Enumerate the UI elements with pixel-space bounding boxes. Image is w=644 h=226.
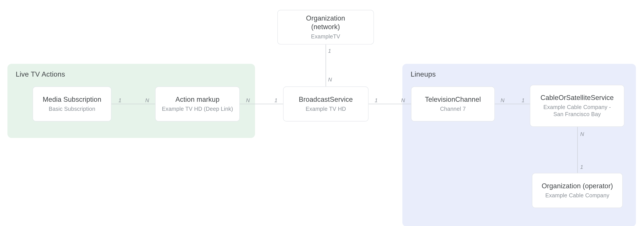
node-broadcast-service: BroadcastService Example TV HD: [283, 87, 368, 122]
card-org-broadcast-N: N: [328, 77, 332, 83]
card-org-broadcast-1: 1: [328, 48, 331, 54]
card-cable-org-1: 1: [580, 164, 583, 170]
card-tv-cable-1: 1: [522, 97, 524, 103]
node-sub-line1: Example Cable Company -: [544, 104, 611, 111]
card-cable-org-N: N: [580, 131, 584, 137]
node-title-line2: (network): [311, 23, 340, 30]
card-action-broadcast-1: 1: [274, 97, 277, 103]
card-broadcast-tv-1: 1: [375, 97, 378, 103]
group-title-live-tv: Live TV Actions: [16, 70, 247, 79]
node-organization-network: Organization (network) ExampleTV: [277, 10, 374, 45]
node-subtitle: Example TV HD (Deep Link): [162, 106, 233, 113]
node-title-line1: Organization: [306, 14, 345, 22]
node-action-markup: Action markup Example TV HD (Deep Link): [155, 87, 240, 122]
node-title: Action markup: [176, 95, 220, 104]
node-title: BroadcastService: [299, 95, 353, 104]
node-title: CableOrSatelliteService: [540, 93, 614, 102]
node-organization-operator: Organization (operator) Example Cable Co…: [532, 173, 623, 208]
node-subtitle: Example TV HD: [306, 106, 346, 113]
edge-action-to-broadcast: [240, 104, 283, 104]
node-subtitle: ExampleTV: [311, 33, 340, 40]
node-subtitle: Basic Subscription: [49, 106, 95, 113]
node-subtitle: Example Cable Company - San Francisco Ba…: [544, 104, 611, 118]
node-title: Media Subscription: [43, 95, 101, 104]
edge-org-network-to-broadcast: [326, 45, 326, 87]
group-title-lineups: Lineups: [411, 70, 628, 79]
node-subtitle: Channel 7: [440, 106, 466, 113]
node-television-channel: TelevisionChannel Channel 7: [411, 87, 495, 122]
node-cable-or-satellite-service: CableOrSatelliteService Example Cable Co…: [530, 85, 624, 127]
edge-tvchannel-to-cable: [495, 104, 530, 104]
node-sub-line2: San Francisco Bay: [553, 111, 601, 117]
node-title: Organization (network): [306, 14, 345, 31]
node-subtitle: Example Cable Company: [545, 193, 610, 199]
node-title: TelevisionChannel: [425, 95, 481, 104]
edge-media-to-action: [112, 104, 155, 104]
node-title: Organization (operator): [542, 181, 613, 190]
card-tv-cable-N: N: [500, 97, 504, 103]
edge-broadcast-to-tvchannel: [368, 104, 411, 104]
card-media-action-N: N: [145, 97, 149, 103]
card-broadcast-tv-N: N: [401, 97, 405, 103]
card-media-action-1: 1: [118, 97, 122, 103]
edge-cable-to-org-operator: [578, 127, 578, 173]
diagram-canvas: Live TV Actions Lineups 1 N 1 N N 1 1 N …: [0, 0, 644, 226]
node-media-subscription: Media Subscription Basic Subscription: [32, 87, 111, 122]
card-action-broadcast-N: N: [246, 97, 250, 103]
